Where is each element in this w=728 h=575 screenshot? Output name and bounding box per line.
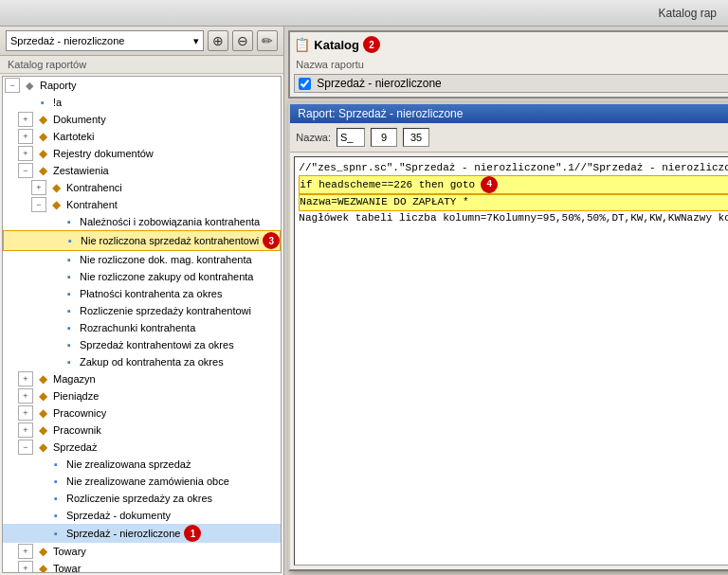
report-dropdown[interactable]: Sprzedaż - nierozliczone ▾ [6, 30, 204, 51]
tree-node-rozrachunki[interactable]: ▪Rozrachunki kontrahenta [3, 319, 281, 336]
title-bar: Katalog rap [0, 0, 728, 27]
remove-button[interactable]: ⊖ [232, 30, 253, 51]
tree-node-pracownik[interactable]: +◆Pracownik [3, 422, 281, 439]
tree-expander[interactable]: − [18, 440, 33, 455]
tree-node-sprzedaz_kontrahentowi[interactable]: ▪Sprzedaż kontrahentowi za okres [3, 336, 281, 353]
tree-node-magazyn[interactable]: +◆Magazyn [3, 370, 281, 387]
code-line-15: Nagłówek tabeli liczba kolumn=7 [299, 212, 493, 224]
tree-label: Towar [53, 563, 81, 573]
tree-node-platnosci[interactable]: ▪Płatności kontrahenta za okres [3, 285, 281, 302]
tree-expander[interactable]: + [18, 388, 33, 404]
catalog-header: 📋 Katalog 2 [294, 36, 728, 53]
tree-node-naleznosci[interactable]: ▪Należności i zobowiązania kontrahenta [3, 213, 281, 230]
tree-label: Dokumenty [53, 114, 106, 125]
tree-label: Magazyn [53, 373, 96, 385]
tree-expander[interactable]: + [31, 180, 46, 195]
right-panel: 📋 Katalog 2 Nazwa raportu Sprzedaż - nie… [284, 27, 728, 575]
tree-expander[interactable]: + [18, 129, 33, 144]
report-titlebar: Raport: Sprzedaż - nierozliczone _ □ ✕ [290, 104, 728, 123]
folder-icon: ◆ [39, 440, 47, 454]
tree-node-nierozliczone_zakupy[interactable]: ▪Nie rozliczone zakupy od kontrahenta [3, 268, 281, 285]
tree-node-raporty[interactable]: −◆Raporty [3, 77, 281, 94]
title-text: Katalog rap [659, 7, 717, 20]
tree-icon-item: ▪ [48, 491, 64, 506]
tree-label: Pracownicy [53, 407, 106, 419]
tree-icon-item: ▪ [62, 252, 77, 267]
report-icon: ▪ [54, 510, 58, 521]
folder-icon: ◆ [39, 372, 47, 386]
tree-label: Sprzedaż [53, 441, 97, 453]
tree-expander[interactable]: − [5, 78, 20, 93]
tree-icon-folder: ◆ [35, 388, 50, 404]
field-num2[interactable]: 35 [403, 128, 429, 147]
tree-node-rozliczenie_sprzedazy[interactable]: ▪Rozliczenie sprzedaży kontrahentowi [3, 302, 281, 319]
add-button[interactable]: ⊕ [208, 30, 228, 51]
tree-node-kartoteki[interactable]: +◆Kartoteki [3, 128, 281, 145]
report-icon: ▪ [54, 493, 58, 504]
tree-badge: 1 [184, 525, 201, 542]
catalog-checkbox[interactable] [299, 78, 311, 90]
folder-icon: ◆ [52, 198, 61, 211]
edit-button[interactable]: ✏ [257, 30, 278, 51]
tree-expander[interactable]: + [18, 422, 33, 438]
folder-icon: ◆ [39, 406, 47, 420]
report-icon: ▪ [68, 235, 72, 246]
tree-label: Kontrahent [66, 199, 118, 210]
report-icon: ▪ [67, 322, 71, 333]
report-icon: ▪ [67, 288, 71, 299]
tree-node-la[interactable]: ▪!a [3, 94, 281, 111]
tree-node-pracownicy[interactable]: +◆Pracownicy [3, 404, 281, 422]
tree-node-nierozliczone_dok[interactable]: ▪Nie rozliczone dok. mag. kontrahenta [3, 251, 281, 268]
tree-node-nie_zrealizowana[interactable]: ▪Nie zrealizowana sprzedaż [3, 456, 281, 473]
diamond-icon: ◆ [26, 80, 33, 92]
tree-node-nie_zrealizowane_zamowienia[interactable]: ▪Nie zrealizowane zamówienia obce [3, 473, 281, 490]
tree-expander[interactable]: + [18, 371, 33, 386]
tree-node-sprzedaz_nierozliczone[interactable]: ▪Sprzedaż - nierozliczone1 [3, 524, 281, 543]
tree-node-kontrahenci[interactable]: +◆Kontrahenci [3, 179, 281, 196]
tree-expander[interactable]: − [31, 197, 46, 212]
tree-label: !a [53, 97, 62, 108]
code-line-0: //"zes_spnr.sc"."Sprzedaż - nierozliczon… [299, 162, 573, 173]
tree-expander[interactable]: + [18, 112, 33, 127]
tree-node-towar[interactable]: +◆Towar [3, 560, 281, 573]
tree-node-zestawienia[interactable]: −◆Zestawienia [3, 162, 281, 179]
folder-icon: ◆ [39, 164, 47, 177]
tree-icon-item: ▪ [62, 286, 77, 301]
dropdown-label: Sprzedaż - nierozliczone [10, 35, 124, 46]
tree-node-zakup_od[interactable]: ▪Zakup od kontrahenta za okres [3, 353, 281, 370]
tree-expander[interactable]: − [18, 163, 33, 178]
folder-icon: ◆ [39, 147, 47, 160]
tree-container[interactable]: −◆Raporty▪!a+◆Dokumenty+◆Kartoteki+◆Reje… [2, 76, 282, 573]
tree-label: Zakup od kontrahenta za okres [80, 356, 224, 368]
code-area[interactable]: //"zes_spnr.sc"."Sprzedaż - nierozliczon… [294, 156, 728, 566]
tree-expander[interactable]: + [18, 544, 33, 559]
tree-node-sprzedaz[interactable]: −◆Sprzedaż [3, 439, 281, 456]
tree-label: Rozliczenie sprzedaży kontrahentowi [80, 305, 251, 316]
field-num1[interactable]: 9 [371, 128, 397, 147]
tree-node-nierozliczona[interactable]: ▪Nie rozliczona sprzedaż kontrahentowi3 [3, 230, 281, 251]
tree-icon-item: ▪ [48, 526, 64, 541]
report-icon: ▪ [67, 216, 71, 227]
section-label: Katalog raportów [0, 56, 283, 74]
tree-icon-folder: ◆ [35, 440, 50, 455]
tree-expander[interactable]: + [18, 405, 33, 421]
tree-expander[interactable]: + [18, 561, 33, 573]
tree-node-towary[interactable]: +◆Towary [3, 543, 281, 560]
tree-label: Nie zrealizowana sprzedaż [66, 458, 191, 470]
tree-node-sprzedaz_dokumenty[interactable]: ▪Sprzedaż - dokumenty [3, 507, 281, 524]
name-field[interactable]: S_ [337, 128, 365, 147]
tree-label: Płatności kontrahenta za okres [80, 288, 222, 299]
name-label: Nazwa: [296, 132, 331, 143]
report-icon: ▪ [67, 254, 71, 265]
catalog-panel: 📋 Katalog 2 Nazwa raportu Sprzedaż - nie… [288, 30, 728, 99]
code-line-17: Nazwy kolumn=lp,@2,@4 @6,@7,@10,@11 [681, 212, 728, 224]
tree-node-pieniadze[interactable]: +◆Pieniądze [3, 387, 281, 404]
tree-icon-folder: ◆ [35, 163, 50, 178]
folder-icon: ◆ [39, 130, 47, 143]
tree-node-rozliczenie_sprzedazy2[interactable]: ▪Rozliczenie sprzedaży za okres [3, 490, 281, 507]
tree-node-rejestry[interactable]: +◆Rejestry dokumentów [3, 145, 281, 162]
folder-icon: ◆ [39, 545, 47, 558]
tree-expander[interactable]: + [18, 146, 33, 161]
tree-node-dokumenty[interactable]: +◆Dokumenty [3, 111, 281, 128]
tree-node-kontrahent[interactable]: −◆Kontrahent [3, 196, 281, 213]
